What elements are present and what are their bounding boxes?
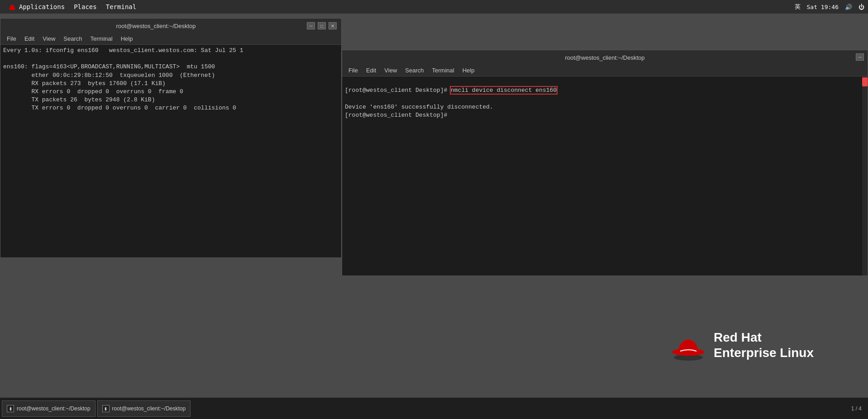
term2-line2: Device 'ens160' successfully disconnecte… <box>345 104 493 110</box>
taskbar-item-1[interactable]: ▮ root@westos_client:~/Desktop <box>2 400 95 417</box>
minimize-button-2[interactable]: ─ <box>856 53 864 61</box>
taskbar-page-indicator: 1 / 4 <box>851 405 866 412</box>
term2-view-menu[interactable]: View <box>381 66 401 75</box>
redhat-hat-svg <box>670 329 706 361</box>
minimize-button-1[interactable]: ─ <box>307 22 315 29</box>
term2-prompt2: [root@westos_client Desktop]# <box>345 112 451 119</box>
term1-line3: ens160: flags=4163<UP,BROADCAST,RUNNING,… <box>3 63 215 70</box>
term1-edit-menu[interactable]: Edit <box>21 34 38 43</box>
taskbar-label-1: root@westos_client:~/Desktop <box>17 405 91 412</box>
taskbar-term-icon-2: ▮ <box>102 405 110 412</box>
taskbar-label-2: root@westos_client:~/Desktop <box>112 405 186 412</box>
term2-edit-menu[interactable]: Edit <box>362 66 380 75</box>
terminal-1-title: root@westos_client:~/Desktop <box>5 23 307 29</box>
places-menu[interactable]: Places <box>69 1 101 12</box>
terminal-1-buttons: ─ □ ✕ <box>307 22 337 29</box>
term2-help-menu[interactable]: Help <box>459 66 478 75</box>
redhat-icon <box>8 3 16 11</box>
term2-search-menu[interactable]: Search <box>401 66 427 75</box>
terminal-menu[interactable]: Terminal <box>101 1 141 12</box>
terminal-window-1: root@westos_client:~/Desktop ─ □ ✕ File … <box>0 18 342 258</box>
top-menubar: Applications Places Terminal 英 Sat 19:46… <box>0 0 868 14</box>
term2-command1: nmcli device disconnect ens160 <box>451 87 557 94</box>
term2-prompt1: [root@westos_client Desktop]# nmcli devi… <box>345 87 557 94</box>
term1-file-menu[interactable]: File <box>3 34 20 43</box>
term1-view-menu[interactable]: View <box>39 34 59 43</box>
taskbar-term-icon-1: ▮ <box>7 405 14 412</box>
redhat-line2: Enterprise Linux <box>714 345 814 361</box>
language-indicator: 英 <box>795 3 801 11</box>
taskbar-item-2[interactable]: ▮ root@westos_client:~/Desktop <box>97 400 191 417</box>
term1-line6: RX errors 0 dropped 0 overruns 0 frame 0 <box>3 88 183 95</box>
scroll-thumb <box>862 77 868 86</box>
clock: Sat 19:46 <box>807 4 839 10</box>
terminal-2-title: root@westos_client:~/Desktop <box>347 54 863 61</box>
close-button-1[interactable]: ✕ <box>329 22 337 29</box>
term1-line1: Every 1.0s: ifconfig ens160 westos_clien… <box>3 47 243 54</box>
applications-menu[interactable]: Applications <box>4 1 69 13</box>
redhat-logo: Red Hat Enterprise Linux <box>670 329 814 361</box>
terminal-label: Terminal <box>106 3 136 10</box>
term2-terminal-menu[interactable]: Terminal <box>429 66 458 75</box>
term1-line7: TX packets 26 bytes 2948 (2.8 KiB) <box>3 96 155 103</box>
top-right-info: 英 Sat 19:46 🔊 ⏻ <box>795 3 864 11</box>
volume-icon[interactable]: 🔊 <box>845 4 852 10</box>
places-label: Places <box>74 3 97 10</box>
scrollbar[interactable] <box>862 76 868 276</box>
maximize-button-1[interactable]: □ <box>318 22 326 29</box>
power-icon[interactable]: ⏻ <box>858 4 864 10</box>
redhat-text: Red Hat Enterprise Linux <box>714 330 814 360</box>
terminal-1-body[interactable]: Every 1.0s: ifconfig ens160 westos_clien… <box>0 45 341 257</box>
terminal-window-2: root@westos_client:~/Desktop ─ File Edit… <box>342 50 868 276</box>
term1-search-menu[interactable]: Search <box>60 34 86 43</box>
terminal-1-titlebar[interactable]: root@westos_client:~/Desktop ─ □ ✕ <box>0 19 341 33</box>
desktop: root@westos_client:~/Desktop ─ □ ✕ File … <box>0 14 868 397</box>
redhat-line1: Red Hat <box>714 330 814 345</box>
term2-file-menu[interactable]: File <box>345 66 362 75</box>
taskbar: ▮ root@westos_client:~/Desktop ▮ root@we… <box>0 397 868 419</box>
term1-line8: TX errors 0 dropped 0 overruns 0 carrier… <box>3 105 236 111</box>
terminal-1-menubar: File Edit View Search Terminal Help <box>0 33 341 45</box>
term1-terminal-menu[interactable]: Terminal <box>87 34 116 43</box>
term1-help-menu[interactable]: Help <box>117 34 137 43</box>
terminal-2-body[interactable]: [root@westos_client Desktop]# nmcli devi… <box>342 76 868 276</box>
page-indicator-text: 1 / 4 <box>851 405 862 412</box>
term1-line4: ether 00:0c:29:8b:12:50 txqueuelen 1000 … <box>3 72 215 79</box>
applications-label: Applications <box>19 3 65 10</box>
terminal-2-menubar: File Edit View Search Terminal Help <box>342 65 868 76</box>
term1-line5: RX packets 273 bytes 17600 (17.1 KiB) <box>3 80 166 87</box>
terminal-2-titlebar[interactable]: root@westos_client:~/Desktop ─ <box>342 50 868 65</box>
